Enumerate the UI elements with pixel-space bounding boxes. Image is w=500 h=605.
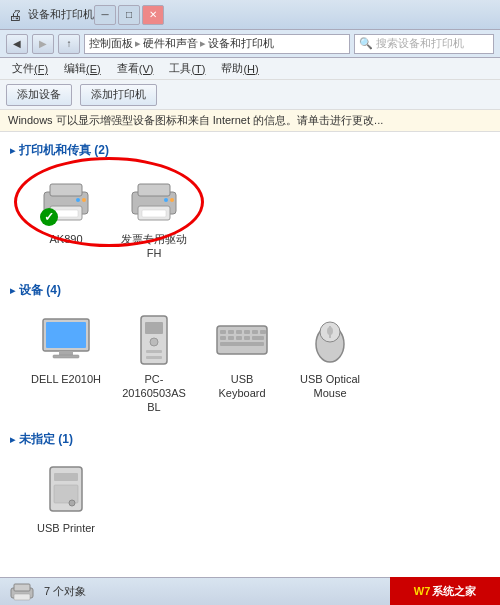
window-title: 设备和打印机: [28, 7, 94, 22]
printers-section-wrapper: ✓ AK890 发票专用驱动FH: [26, 165, 194, 278]
svg-rect-14: [59, 351, 73, 355]
device-pc[interactable]: PC-20160503AS BL: [114, 305, 194, 422]
device-dell[interactable]: DELL E2010H: [26, 305, 106, 422]
pc-icon: [126, 312, 182, 368]
menu-view[interactable]: 查看(V): [109, 58, 162, 80]
svg-rect-24: [236, 330, 242, 334]
menu-edit[interactable]: 编辑(E): [56, 58, 109, 80]
device-keyboard[interactable]: USB Keyboard: [202, 305, 282, 422]
menu-file[interactable]: 文件(F): [4, 58, 56, 80]
unspecified-grid: USB Printer: [26, 454, 490, 542]
svg-rect-13: [46, 322, 86, 348]
svg-rect-40: [54, 485, 78, 503]
breadcrumb-controlpanel[interactable]: 控制面板: [89, 36, 133, 51]
svg-rect-39: [54, 473, 78, 481]
forward-button[interactable]: ▶: [32, 34, 54, 54]
svg-rect-31: [252, 336, 264, 340]
svg-rect-44: [14, 594, 30, 600]
svg-rect-32: [220, 342, 264, 346]
svg-rect-15: [53, 355, 79, 358]
svg-rect-19: [146, 350, 162, 353]
svg-point-10: [164, 198, 168, 202]
svg-rect-7: [138, 184, 170, 196]
search-box[interactable]: 🔍 搜索设备和打印机: [354, 34, 494, 54]
status-bar: 7 个对象 W7 系统之家: [0, 577, 500, 605]
menu-tools[interactable]: 工具(T): [161, 58, 213, 80]
svg-rect-23: [228, 330, 234, 334]
watermark-text: W7: [414, 585, 431, 597]
menu-bar: 文件(F) 编辑(E) 查看(V) 工具(T) 帮助(H): [0, 58, 500, 80]
back-button[interactable]: ◀: [6, 34, 28, 54]
title-bar: 🖨 设备和打印机 ─ □ ✕: [0, 0, 500, 30]
add-printer-button[interactable]: 添加打印机: [80, 84, 157, 106]
svg-rect-29: [236, 336, 242, 340]
breadcrumb-hardware[interactable]: 硬件和声音: [143, 36, 198, 51]
device-usb-printer[interactable]: USB Printer: [26, 454, 106, 542]
minimize-button[interactable]: ─: [94, 5, 116, 25]
window-icon: 🖨: [8, 7, 22, 23]
maximize-button[interactable]: □: [118, 5, 140, 25]
watermark: W7 系统之家: [390, 577, 500, 605]
window-controls: ─ □ ✕: [94, 5, 164, 25]
svg-rect-33: [260, 330, 266, 334]
main-content: 打印机和传真 (2) ✓ AK890: [0, 132, 500, 577]
breadcrumb-devices[interactable]: 设备和打印机: [208, 36, 274, 51]
section-devices-header: 设备 (4): [10, 282, 490, 299]
svg-point-11: [170, 198, 174, 202]
printers-grid: ✓ AK890 发票专用驱动FH: [26, 165, 194, 268]
mouse-label: USB Optical Mouse: [295, 372, 365, 401]
svg-point-37: [327, 327, 333, 335]
status-printer-icon: [8, 581, 36, 603]
device-ak890[interactable]: ✓ AK890: [26, 165, 106, 268]
dell-label: DELL E2010H: [31, 372, 101, 386]
svg-point-18: [150, 338, 158, 346]
fapiao-label: 发票专用驱动FH: [119, 232, 189, 261]
section-printers-header: 打印机和传真 (2): [10, 142, 490, 159]
add-device-button[interactable]: 添加设备: [6, 84, 72, 106]
keyboard-icon: [214, 312, 270, 368]
svg-rect-27: [220, 336, 226, 340]
pc-label: PC-20160503AS BL: [119, 372, 189, 415]
svg-point-4: [76, 198, 80, 202]
menu-help[interactable]: 帮助(H): [213, 58, 266, 80]
ak890-label: AK890: [49, 232, 82, 246]
svg-rect-9: [142, 210, 166, 217]
device-mouse[interactable]: USB Optical Mouse: [290, 305, 370, 422]
keyboard-label: USB Keyboard: [207, 372, 277, 401]
svg-rect-43: [14, 584, 30, 591]
toolbar: 添加设备 添加打印机: [0, 80, 500, 110]
default-checkmark: ✓: [40, 208, 58, 226]
info-bar: Windows 可以显示增强型设备图标和来自 Internet 的信息。请单击进…: [0, 110, 500, 132]
watermark-site: 系统之家: [432, 584, 476, 599]
usb-printer-icon: [38, 461, 94, 517]
svg-rect-26: [252, 330, 258, 334]
svg-point-41: [69, 500, 75, 506]
mouse-icon: [302, 312, 358, 368]
section-unspecified-header: 未指定 (1): [10, 431, 490, 448]
svg-rect-1: [50, 184, 82, 196]
fapiao-icon: [126, 172, 182, 228]
svg-rect-30: [244, 336, 250, 340]
dell-icon: [38, 312, 94, 368]
ak890-icon: ✓: [38, 172, 94, 228]
close-button[interactable]: ✕: [142, 5, 164, 25]
svg-rect-28: [228, 336, 234, 340]
usb-printer-label: USB Printer: [37, 521, 95, 535]
devices-grid: DELL E2010H PC-20160503AS BL: [26, 305, 490, 422]
svg-rect-20: [146, 356, 162, 359]
breadcrumb: 控制面板 ▸ 硬件和声音 ▸ 设备和打印机: [84, 34, 350, 54]
address-bar: ◀ ▶ ↑ 控制面板 ▸ 硬件和声音 ▸ 设备和打印机 🔍 搜索设备和打印机: [0, 30, 500, 58]
device-fapiao[interactable]: 发票专用驱动FH: [114, 165, 194, 268]
svg-point-5: [82, 198, 86, 202]
svg-rect-22: [220, 330, 226, 334]
up-button[interactable]: ↑: [58, 34, 80, 54]
svg-rect-25: [244, 330, 250, 334]
info-text: Windows 可以显示增强型设备图标和来自 Internet 的信息。请单击进…: [8, 113, 383, 128]
svg-rect-17: [145, 322, 163, 334]
